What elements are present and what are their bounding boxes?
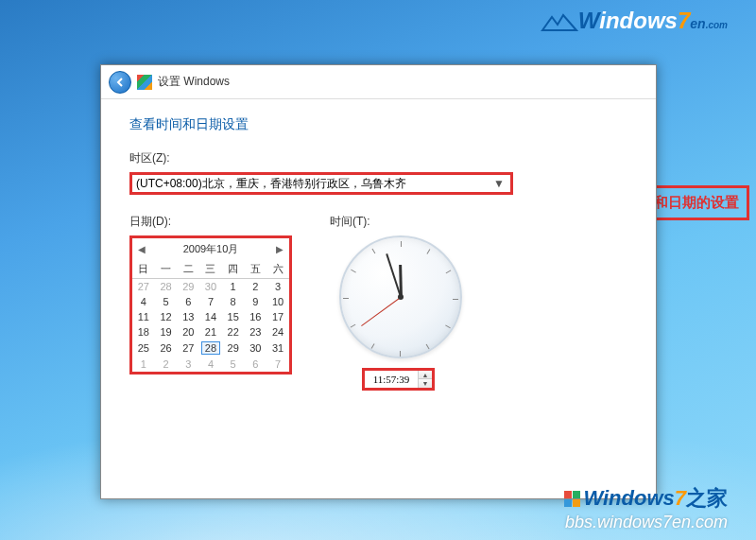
- arrow-back-icon: [114, 77, 126, 88]
- date-label: 日期(D):: [129, 214, 292, 230]
- calendar-day[interactable]: 3: [266, 279, 289, 295]
- watermark-url: bbs.windows7en.com: [564, 513, 728, 532]
- calendar-day[interactable]: 3: [177, 357, 199, 372]
- time-label: 时间(T):: [330, 214, 462, 230]
- weekday-header: 五: [245, 260, 267, 279]
- weekday-header: 日: [132, 260, 155, 279]
- time-field[interactable]: [365, 374, 418, 385]
- page-heading: 查看时间和日期设置: [129, 116, 627, 133]
- watermark-top: Windows7en.com: [541, 8, 728, 34]
- calendar-day[interactable]: 1: [222, 279, 245, 295]
- calendar-day[interactable]: 30: [245, 340, 267, 357]
- calendar-day[interactable]: 23: [245, 324, 267, 340]
- svg-rect-3: [564, 491, 572, 498]
- calendar-day[interactable]: 19: [155, 324, 178, 340]
- calendar-day[interactable]: 11: [132, 309, 155, 324]
- calendar-day[interactable]: 27: [132, 279, 155, 295]
- calendar-day[interactable]: 4: [132, 294, 155, 309]
- mountain-icon: [541, 13, 578, 32]
- weekday-header: 二: [177, 260, 199, 279]
- calendar-day[interactable]: 2: [155, 357, 178, 372]
- calendar-day[interactable]: 5: [155, 294, 178, 309]
- windows-flag-icon: [137, 75, 152, 90]
- weekday-header: 三: [199, 260, 222, 279]
- timezone-select[interactable]: (UTC+08:00)北京，重庆，香港特别行政区，乌鲁木齐 ▼: [129, 172, 513, 195]
- calendar-day[interactable]: 7: [266, 357, 289, 372]
- calendar-day[interactable]: 6: [177, 294, 199, 309]
- timezone-label: 时区(Z):: [129, 150, 627, 166]
- calendar-next-button[interactable]: ▶: [276, 244, 284, 254]
- calendar-day[interactable]: 7: [199, 294, 222, 309]
- calendar-day[interactable]: 22: [222, 324, 245, 340]
- calendar-day[interactable]: 9: [245, 294, 267, 309]
- time-input[interactable]: ▲ ▼: [362, 368, 435, 391]
- calendar-day[interactable]: 28: [199, 340, 222, 357]
- calendar-day[interactable]: 4: [199, 357, 222, 372]
- window-title: 设置 Windows: [158, 74, 230, 90]
- svg-rect-6: [573, 499, 580, 507]
- calendar-day[interactable]: 12: [155, 309, 178, 324]
- calendar-day[interactable]: 29: [177, 279, 199, 295]
- calendar[interactable]: ◀ 2009年10月 ▶ 日一二三四五六 2728293012345678910…: [129, 235, 292, 375]
- calendar-day[interactable]: 20: [177, 324, 199, 340]
- back-button[interactable]: [109, 71, 131, 94]
- calendar-prev-button[interactable]: ◀: [138, 244, 146, 254]
- calendar-day[interactable]: 16: [245, 309, 267, 324]
- calendar-day[interactable]: 17: [266, 309, 289, 324]
- calendar-day[interactable]: 26: [155, 340, 178, 357]
- time-spin-down[interactable]: ▼: [419, 379, 432, 388]
- calendar-day[interactable]: 29: [222, 340, 245, 357]
- calendar-day[interactable]: 24: [266, 324, 289, 340]
- chevron-down-icon: ▼: [491, 177, 507, 190]
- calendar-day[interactable]: 14: [199, 309, 222, 324]
- calendar-day[interactable]: 28: [155, 279, 178, 295]
- calendar-day[interactable]: 18: [132, 324, 155, 340]
- svg-rect-4: [573, 491, 580, 498]
- calendar-day[interactable]: 27: [177, 340, 199, 357]
- calendar-day[interactable]: 5: [222, 357, 245, 372]
- setup-window: 设置 Windows 查看时间和日期设置 时区(Z): (UTC+08:00)北…: [100, 64, 657, 499]
- watermark-bottom: Windows7之家 bbs.windows7en.com: [564, 484, 728, 532]
- calendar-day[interactable]: 31: [266, 340, 289, 357]
- calendar-day[interactable]: 25: [132, 340, 155, 357]
- weekday-header: 四: [222, 260, 245, 279]
- calendar-day[interactable]: 2: [245, 279, 267, 295]
- calendar-month-title: 2009年10月: [183, 242, 239, 256]
- weekday-header: 一: [155, 260, 178, 279]
- calendar-day[interactable]: 21: [199, 324, 222, 340]
- titlebar: 设置 Windows: [101, 65, 656, 99]
- calendar-day[interactable]: 10: [266, 294, 289, 309]
- timezone-value: (UTC+08:00)北京，重庆，香港特别行政区，乌鲁木齐: [136, 176, 406, 192]
- weekday-header: 六: [266, 260, 289, 279]
- svg-rect-5: [564, 499, 572, 507]
- calendar-day[interactable]: 1: [132, 357, 155, 372]
- calendar-day[interactable]: 8: [222, 294, 245, 309]
- calendar-day[interactable]: 13: [177, 309, 199, 324]
- windows-flag-icon: [564, 491, 581, 508]
- analog-clock: [339, 235, 462, 358]
- time-spin-up[interactable]: ▲: [419, 371, 432, 379]
- calendar-grid: 日一二三四五六 27282930123456789101112131415161…: [132, 260, 289, 372]
- calendar-day[interactable]: 6: [245, 357, 267, 372]
- calendar-day[interactable]: 15: [222, 309, 245, 324]
- calendar-day[interactable]: 30: [199, 279, 222, 295]
